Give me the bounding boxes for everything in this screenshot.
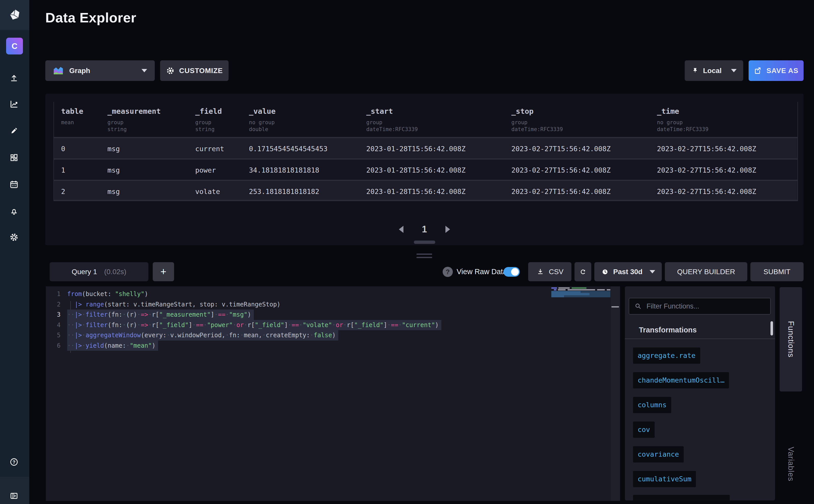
visualization-type-dropdown[interactable]: Graph xyxy=(45,60,155,81)
code-line: 6··|>·yield(name:·"mean") xyxy=(46,341,620,351)
function-chip[interactable]: cov xyxy=(633,422,655,438)
sidebar: C xyxy=(0,0,29,504)
source-label: Local xyxy=(703,67,722,75)
table-cell: 2023-02-27T15:56:42.008Z xyxy=(511,160,657,181)
submit-button[interactable]: SUBMIT xyxy=(750,262,804,281)
account-avatar[interactable]: C xyxy=(6,38,23,54)
table-row: 2msgvolate253.18181818181822023-01-28T15… xyxy=(54,180,797,201)
table-cell: 34.18181818181818 xyxy=(249,160,366,181)
tab-functions[interactable]: Functions xyxy=(780,287,802,391)
search-icon xyxy=(634,302,642,310)
customize-button[interactable]: CUSTOMIZE xyxy=(160,60,229,81)
page-number[interactable]: 1 xyxy=(422,224,427,235)
time-range-dropdown[interactable]: Past 30d xyxy=(594,262,662,281)
table-cell: volate xyxy=(195,181,249,202)
toggle-knob xyxy=(511,268,519,276)
table-cell: 2023-01-28T15:56:42.008Z xyxy=(366,160,511,181)
table-cell: msg xyxy=(107,160,195,181)
chevron-down-icon xyxy=(650,270,655,273)
table-cell: 2023-02-27T15:56:42.008Z xyxy=(511,138,657,160)
pin-icon xyxy=(691,67,699,75)
influxdb-logo-icon[interactable] xyxy=(8,9,21,21)
table-body: 0msgcurrent0.171545454545454532023-01-28… xyxy=(54,137,797,201)
function-list: aggregate.ratechandeMomentumOscill…colum… xyxy=(633,347,729,496)
svg-text:?: ? xyxy=(13,460,16,465)
data-explorer-icon[interactable] xyxy=(9,99,19,109)
table-cell: power xyxy=(195,160,249,181)
editor-lines: 1from(bucket: "shelly")2 |> range(start:… xyxy=(46,289,620,351)
query-duration: (0.02s) xyxy=(104,268,126,276)
tab-variables[interactable]: Variables xyxy=(780,430,802,498)
settings-gear-icon[interactable] xyxy=(9,232,19,242)
table-cell: msg xyxy=(107,138,195,160)
table-column-header: _startgroupdateTime:RFC3339 xyxy=(366,107,511,137)
help-icon[interactable]: ? xyxy=(9,457,19,467)
table-cell: 2023-01-28T15:56:42.008Z xyxy=(366,138,511,160)
notebooks-pencil-icon[interactable] xyxy=(9,126,19,136)
table-column-header: _measurementgroupstring xyxy=(107,107,195,137)
dashboards-icon[interactable] xyxy=(9,152,19,163)
expand-sidebar-icon[interactable] xyxy=(9,491,19,501)
function-chip-partial[interactable] xyxy=(633,495,730,500)
transformations-section-label: Transformations xyxy=(639,326,697,334)
table-column-header: _timeno groupdateTime:RFC3339 xyxy=(657,107,797,137)
table-cell: 2 xyxy=(61,181,107,202)
save-as-button[interactable]: SAVE AS xyxy=(749,60,804,81)
code-line: 3··|>·filter(fn:·(r)·=>·r["_measurement"… xyxy=(46,310,620,320)
next-page-icon[interactable] xyxy=(445,226,450,233)
flux-code-editor[interactable]: 1from(bucket: "shelly")2 |> range(start:… xyxy=(46,286,620,501)
source-dropdown[interactable]: Local xyxy=(685,60,743,81)
scrollbar-thumb[interactable] xyxy=(611,306,619,307)
raw-data-table: tablemean_measurementgroupstring_fieldgr… xyxy=(53,102,798,201)
csv-label: CSV xyxy=(549,268,564,276)
download-icon xyxy=(536,268,545,276)
query-builder-label: QUERY BUILDER xyxy=(677,268,735,276)
raw-data-help-icon[interactable]: ? xyxy=(443,267,453,277)
table-cell: 1 xyxy=(61,160,107,181)
refresh-button[interactable] xyxy=(574,262,591,281)
section-divider xyxy=(625,339,775,339)
time-range-label: Past 30d xyxy=(613,268,642,276)
functions-scrollbar-thumb[interactable] xyxy=(770,321,773,335)
table-cell: current xyxy=(195,138,249,160)
data-explorer-screen: C xyxy=(0,0,814,504)
table-cell: 0 xyxy=(61,138,107,160)
view-raw-data-toggle[interactable] xyxy=(503,267,520,277)
chevron-down-icon xyxy=(731,69,737,72)
alerts-bell-icon[interactable] xyxy=(9,206,19,216)
csv-download-button[interactable]: CSV xyxy=(528,262,571,281)
code-line: 1from(bucket: "shelly") xyxy=(46,289,620,299)
customize-gear-icon xyxy=(166,66,175,75)
table-cell: 2023-02-27T15:56:42.008Z xyxy=(657,160,797,181)
add-query-button[interactable]: + xyxy=(153,262,174,281)
function-chip[interactable]: covariance xyxy=(633,446,684,463)
function-chip[interactable]: chandeMomentumOscill… xyxy=(633,372,729,388)
table-column-header: _fieldgroupstring xyxy=(195,107,249,137)
editor-minimap[interactable] xyxy=(551,287,610,338)
panel-resize-handle[interactable] xyxy=(416,254,432,260)
customize-label: CUSTOMIZE xyxy=(179,67,223,75)
table-column-header: _valueno groupdouble xyxy=(249,107,366,137)
submit-label: SUBMIT xyxy=(764,268,791,276)
previous-page-icon[interactable] xyxy=(399,226,403,233)
pagination: 1 xyxy=(45,224,804,235)
function-chip[interactable]: columns xyxy=(633,397,671,413)
graph-type-icon xyxy=(53,66,64,75)
filter-functions-searchbox[interactable] xyxy=(629,298,771,315)
table-cell: 2023-02-27T15:56:42.008Z xyxy=(657,138,797,160)
code-line: 2 |> range(start: v.timeRangeStart, stop… xyxy=(46,299,620,310)
upload-icon[interactable] xyxy=(9,73,19,83)
editor-scrollbar[interactable] xyxy=(611,286,620,501)
table-cell: 253.1818181818182 xyxy=(249,181,366,202)
query-builder-button[interactable]: QUERY BUILDER xyxy=(665,262,747,281)
filter-functions-input[interactable] xyxy=(647,302,765,310)
function-chip[interactable]: cumulativeSum xyxy=(633,471,696,487)
refresh-icon xyxy=(579,268,587,276)
chevron-down-icon xyxy=(142,69,147,72)
query-tab[interactable]: Query 1 (0.02s) xyxy=(50,262,148,281)
tasks-calendar-icon[interactable] xyxy=(9,179,19,190)
code-line: 5··|>·aggregateWindow(every:·v.windowPer… xyxy=(46,330,620,341)
functions-panel: Transformations aggregate.ratechandeMome… xyxy=(625,286,775,500)
code-line: 4··|>·filter(fn:·(r)·=>·r["_field"]·==·"… xyxy=(46,320,620,330)
function-chip[interactable]: aggregate.rate xyxy=(633,347,700,364)
